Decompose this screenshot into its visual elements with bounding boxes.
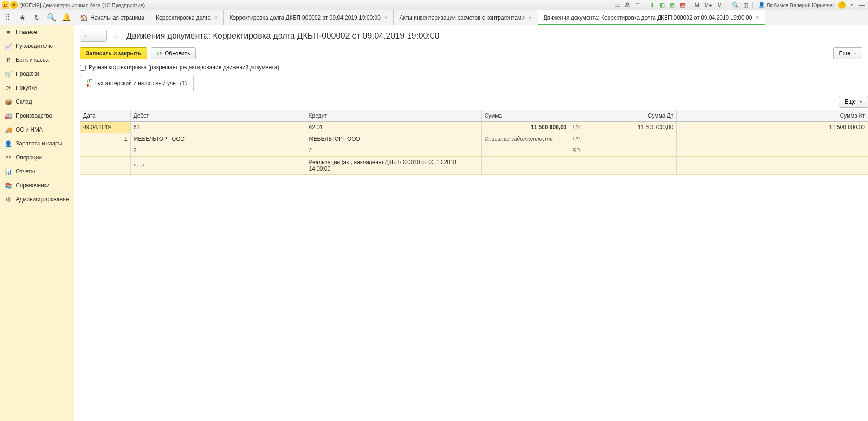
col-indicator[interactable] — [570, 110, 593, 122]
sidebar-item-sales[interactable]: 🛒Продажи — [0, 67, 74, 81]
cell-empty — [570, 157, 593, 175]
cell-debit-dim2: 2 — [130, 145, 306, 157]
forward-button[interactable]: → — [93, 30, 106, 41]
sidebar-item-bank[interactable]: ₽Банк и касса — [0, 53, 74, 67]
tab-label: Начальная страница — [91, 14, 144, 21]
print-preview-icon[interactable]: 🗋 — [634, 1, 642, 9]
compare-icon[interactable]: ◧ — [658, 1, 667, 9]
manual-edit-checkbox[interactable] — [80, 65, 86, 71]
bell-icon[interactable]: 🔔 — [61, 12, 72, 23]
m-plus-button[interactable]: M+ — [703, 2, 714, 8]
table-row[interactable]: 09.04.2019 63 62.01 11 500 000,00 НУ: 11… — [80, 122, 868, 133]
sidebar-item-reports[interactable]: 📊Отчеты — [0, 164, 74, 178]
user-label[interactable]: 👤Любимов Валерий Юрьевич — [756, 2, 836, 8]
tab-item[interactable]: Корректировка долга ДКБП-000002 от 09.04… — [224, 10, 394, 25]
app-menu-dropdown[interactable] — [10, 1, 18, 9]
manual-edit-label: Ручная корректировка (разрешает редактир… — [89, 64, 279, 71]
search-icon[interactable]: 🔍 — [46, 12, 57, 23]
table-row[interactable]: <...> Реализация (акт, накладная) ДКБП-0… — [80, 157, 868, 175]
movements-grid[interactable]: Дата Дебет Кредит Сумма Сумма Дт Сумма К… — [80, 110, 868, 175]
sidebar-item-purchases[interactable]: 🛍Покупки — [0, 81, 74, 95]
col-sum[interactable]: Сумма — [481, 110, 570, 122]
sidebar-item-assets[interactable]: 🚚ОС и НМА — [0, 123, 74, 137]
windows-icon[interactable]: ◫ — [741, 1, 750, 9]
sidebar-item-label: Администрирование — [16, 196, 69, 203]
minimize-icon[interactable]: — — [858, 1, 866, 9]
m-button[interactable]: M — [693, 2, 701, 8]
sidebar-item-manager[interactable]: 📈Руководителю — [0, 39, 74, 53]
favorite-star-icon[interactable]: ☆ — [112, 30, 121, 41]
sidebar-item-admin[interactable]: ⚙Администрирование — [0, 192, 74, 206]
sidebar-item-label: Банк и касса — [16, 57, 49, 63]
sidebar-item-label: Справочники — [16, 182, 50, 189]
cell-credit-party: МЕБЕЛЬТОРГ ООО — [306, 133, 481, 145]
toolbar-icon[interactable]: ▭ — [613, 1, 622, 9]
save-icon[interactable]: ⬇ — [648, 1, 656, 9]
sidebar-item-label: Склад — [16, 99, 32, 105]
window-titlebar: 1c [КОПИЯ] Демонстрационная база (1С:Пре… — [0, 0, 868, 10]
barchart-icon: 📊 — [5, 168, 12, 175]
menu-icon: ≡ — [5, 28, 12, 36]
tab-label: Движения документа: Корректировка долга … — [544, 14, 752, 21]
cell-empty — [593, 133, 676, 145]
back-button[interactable]: ← — [80, 30, 93, 41]
table-row[interactable]: 1 МЕБЕЛЬТОРГ ООО МЕБЕЛЬТОРГ ООО Списание… — [80, 133, 868, 145]
home-icon: 🏠 — [80, 14, 88, 21]
apps-icon[interactable]: ⠿ — [2, 12, 13, 23]
cell-empty — [481, 157, 570, 175]
info-dropdown-icon[interactable]: ▾ — [848, 1, 856, 9]
tab-label: Бухгалтерский и налоговый учет (1) — [94, 80, 187, 86]
tab-item[interactable]: Акты инвентаризации расчетов с контраген… — [394, 10, 538, 25]
tab-item[interactable]: Корректировка долга × — [150, 10, 224, 25]
close-icon[interactable]: × — [756, 14, 759, 21]
cell-empty — [80, 157, 130, 175]
sidebar-item-label: Главное — [16, 29, 37, 35]
calendar-icon[interactable]: ▦ — [679, 1, 687, 9]
refresh-icon: ⟳ — [157, 50, 162, 57]
col-date[interactable]: Дата — [80, 110, 130, 122]
refresh-button[interactable]: ⟳Обновить — [151, 47, 196, 59]
cell-date: 09.04.2019 — [80, 122, 130, 133]
chevron-down-icon: ▾ — [854, 51, 856, 56]
factory-icon: 🏭 — [5, 112, 12, 119]
close-icon[interactable]: × — [528, 14, 532, 21]
col-sum-kt[interactable]: Сумма Кт — [676, 110, 868, 122]
sidebar-item-production[interactable]: 🏭Производство — [0, 109, 74, 123]
more-button[interactable]: Еще▾ — [833, 47, 862, 59]
chevron-down-icon: ▾ — [860, 99, 862, 104]
zoom-icon[interactable]: 🔍 — [731, 1, 739, 9]
sidebar-item-warehouse[interactable]: 📦Склад — [0, 95, 74, 109]
sidebar-item-label: Руководителю — [16, 43, 53, 49]
cell-empty — [593, 145, 676, 157]
info-icon[interactable]: i — [838, 1, 846, 9]
calc-icon[interactable]: ▦ — [668, 1, 677, 9]
col-debit[interactable]: Дебет — [130, 110, 306, 122]
cell-sumkt: 11 500 000,00 — [676, 122, 868, 133]
cell-seq: 1 — [80, 133, 130, 145]
col-sum-dt[interactable]: Сумма Дт — [593, 110, 676, 122]
tab-item-active[interactable]: Движения документа: Корректировка долга … — [538, 10, 765, 25]
sidebar-item-refs[interactable]: 📚Справочники — [0, 178, 74, 192]
cell-credit-acc: 62.01 — [306, 122, 481, 133]
cell-empty — [676, 157, 868, 175]
close-icon[interactable]: × — [214, 14, 218, 21]
books-icon: 📚 — [5, 182, 12, 189]
cell-empty — [80, 145, 130, 157]
sidebar-item-hr[interactable]: 👤Зарплата и кадры — [0, 137, 74, 151]
titlebar-toolbar: ▭ 🖶 🗋 ⬇ ◧ ▦ ▦ M M+ M- 🔍 ◫ 👤Любимов Валер… — [613, 1, 866, 9]
tab-accounting[interactable]: ДтКт Бухгалтерский и налоговый учет (1) — [80, 75, 194, 91]
grid-more-button[interactable]: Еще▾ — [839, 96, 868, 108]
history-icon[interactable]: ↻ — [31, 12, 42, 23]
col-credit[interactable]: Кредит — [306, 110, 481, 122]
command-bar: Записать и закрыть ⟳Обновить Еще▾ — [74, 46, 868, 64]
save-close-button[interactable]: Записать и закрыть — [80, 47, 147, 59]
tab-home[interactable]: 🏠 Начальная страница — [74, 10, 150, 25]
close-icon[interactable]: × — [384, 14, 388, 21]
sidebar-item-operations[interactable]: ᴬᴷОперации — [0, 151, 74, 164]
print-icon[interactable]: 🖶 — [623, 1, 632, 9]
star-icon[interactable]: ★ — [17, 12, 28, 23]
table-row[interactable]: 2 2 ВР: — [80, 145, 868, 157]
cell-sumdt: 11 500 000,00 — [593, 122, 676, 133]
m-minus-button[interactable]: M- — [715, 2, 725, 8]
sidebar-item-main[interactable]: ≡Главное — [0, 25, 74, 39]
